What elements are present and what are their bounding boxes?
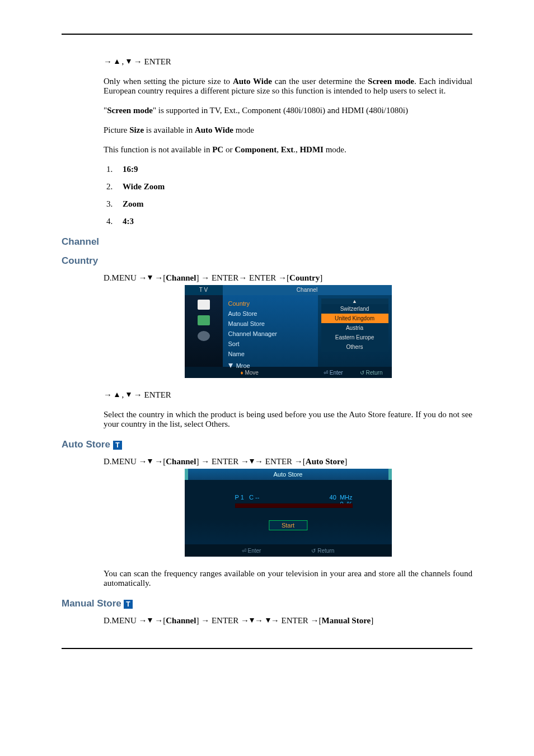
triangle-up-icon — [114, 392, 120, 398]
svg-marker-0 — [115, 59, 119, 64]
country-text: Select the country in which the product … — [104, 410, 472, 429]
triangle-down-icon — [126, 392, 132, 398]
triangle-down-icon — [249, 459, 255, 464]
t-badge-icon: T — [124, 600, 133, 609]
return-icon: ↺ — [311, 548, 316, 554]
svg-marker-14 — [266, 618, 270, 623]
svg-marker-9 — [250, 459, 254, 464]
triangle-down-icon — [265, 618, 271, 623]
osd-channel-screenshot: T V Channel Country Auto Store Manual St… — [185, 285, 392, 378]
svg-text:T: T — [127, 600, 131, 608]
osd-item-channelmanager: Channel Manager — [228, 329, 312, 339]
svg-text:T: T — [115, 441, 120, 449]
list-item: Zoom — [115, 199, 472, 209]
osd-tab-tv: T V — [185, 285, 223, 295]
triangle-up-icon — [114, 59, 120, 64]
osd-country-panel: ▲ Switzerland United Kingdom Austria Eas… — [318, 295, 392, 367]
triangle-down-icon — [249, 618, 255, 623]
country-arrow-line: → , → ENTER — [104, 390, 472, 400]
svg-marker-4 — [115, 393, 119, 397]
sound-icon — [198, 315, 210, 325]
osd-option: Eastern Europe — [321, 333, 388, 342]
return-icon: ↺ — [360, 370, 364, 376]
heading-country: Country — [62, 255, 472, 267]
osd-tab-channel: Channel — [223, 285, 392, 295]
osd-progress-bar — [235, 503, 353, 508]
country-crumb: D.MENU → →[Channel] → ENTER→ ENTER →[Cou… — [104, 273, 472, 283]
osd-autostore-screenshot: Auto Store P 1 C -- 40 MHz 0 % Start ⏎ E… — [185, 469, 392, 557]
osd-option: Austria — [321, 323, 388, 333]
chevron-up-icon: ▲ — [321, 298, 388, 304]
list-item: Wide Zoom — [115, 182, 472, 192]
screenmode-arrow-line: → , → ENTER — [104, 57, 472, 67]
svg-marker-13 — [250, 618, 254, 623]
osd-foot: ⏎ Enter ↺ Return — [185, 544, 392, 557]
osd-icon-column — [185, 295, 223, 367]
list-item: 16:9 — [115, 165, 472, 174]
osd-start-button: Start — [269, 520, 307, 530]
autostore-crumb: D.MENU → →[Channel] → ENTER →→ ENTER →[A… — [104, 457, 472, 466]
osd-item-name: Name — [228, 349, 312, 359]
osd-title: Auto Store — [185, 469, 392, 480]
screenmode-picsize: Picture Size is available in Auto Wide m… — [104, 125, 472, 135]
triangle-down-icon — [147, 275, 153, 281]
triangle-down-icon — [126, 59, 132, 64]
enter-icon: ⏎ — [324, 370, 328, 376]
screenmode-options: 16:9 Wide Zoom Zoom 4:3 — [104, 165, 472, 226]
osd-item-sort: Sort — [228, 339, 312, 349]
autostore-text: You can scan the frequency ranges availa… — [104, 569, 472, 588]
picture-icon — [198, 300, 210, 310]
osd-menu-column: Country Auto Store Manual Store Channel … — [223, 295, 318, 367]
osd-option-selected: United Kingdom — [321, 314, 388, 323]
osd-option: Others — [321, 342, 388, 352]
svg-marker-1 — [127, 59, 131, 64]
screenmode-notavail: This function is not available in PC or … — [104, 145, 472, 155]
osd-more-row: Mroe — [228, 359, 312, 371]
t-badge-icon: T — [113, 441, 122, 450]
enter-icon: ⏎ — [242, 548, 246, 554]
triangle-down-icon — [147, 459, 153, 464]
heading-autostore: Auto Store T — [62, 439, 472, 450]
svg-marker-2 — [148, 276, 152, 280]
heading-channel: Channel — [62, 236, 472, 248]
osd-item-manualstore: Manual Store — [228, 319, 312, 329]
screenmode-intro: Only when setting the picture size to Au… — [104, 77, 472, 96]
svg-marker-3 — [228, 363, 233, 368]
triangle-down-icon — [147, 618, 153, 623]
heading-manualstore: Manual Store T — [62, 598, 472, 609]
osd-option: Switzerland — [321, 304, 388, 314]
list-item: 4:3 — [115, 217, 472, 226]
osd-item-autostore: Auto Store — [228, 309, 312, 319]
svg-marker-12 — [148, 618, 152, 623]
triangle-down-icon — [228, 363, 233, 368]
screenmode-support: "Screen mode" is supported in TV, Ext., … — [104, 106, 472, 115]
setup-icon — [198, 331, 210, 341]
osd-item-country: Country — [228, 298, 312, 309]
svg-marker-5 — [127, 393, 131, 397]
svg-marker-8 — [148, 459, 152, 464]
manualstore-crumb: D.MENU → →[Channel] → ENTER →→ → ENTER →… — [104, 616, 472, 626]
arrow-right-icon: → — [104, 57, 112, 66]
